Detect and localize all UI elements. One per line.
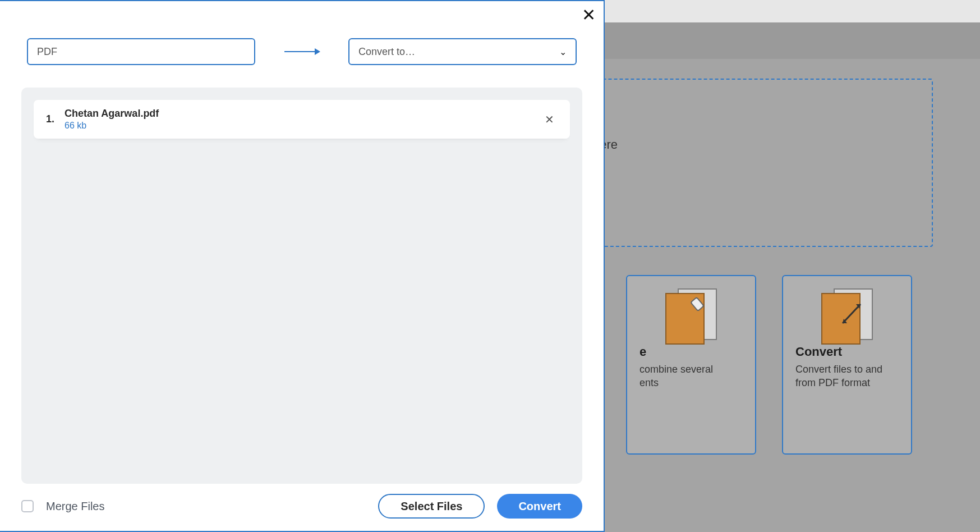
convert-icon [821,288,873,345]
erase-icon [665,288,717,345]
remove-file-icon[interactable]: ✕ [541,109,558,130]
background-card-desc: Convert files to and from PDF format [795,363,899,390]
close-icon[interactable]: ✕ [579,4,598,26]
chevron-down-icon: ⌄ [559,47,567,57]
svg-marker-5 [315,48,320,55]
dropzone-hint-fragment: ere [600,137,932,152]
target-format-value: Convert to… [358,46,415,58]
format-row: PDF Convert to… ⌄ [0,1,604,65]
modal-footer: Merge Files Select Files Convert [0,484,604,531]
select-files-button[interactable]: Select Files [378,494,485,519]
background-card-title: Convert [795,345,899,359]
source-format-select[interactable]: PDF [27,38,255,65]
convert-button[interactable]: Convert [497,494,582,519]
background-card-title-fragment: e [639,345,743,359]
merge-checkbox[interactable] [21,500,34,512]
source-format-value: PDF [37,46,57,58]
svg-line-1 [843,304,861,323]
convert-modal: ✕ PDF Convert to… ⌄ 1. Chetan Agarwal.pd… [0,0,605,532]
file-row: 1. Chetan Agarwal.pdf 66 kb ✕ [34,100,570,139]
background-card-convert: Convert Convert files to and from PDF fo… [782,275,912,455]
background-card-erase: e combine several ents [626,275,756,455]
target-format-select[interactable]: Convert to… ⌄ [348,38,577,65]
file-name: Chetan Agarwal.pdf [65,108,159,120]
file-size: 66 kb [65,121,159,131]
svg-rect-0 [691,297,704,311]
file-list: 1. Chetan Agarwal.pdf 66 kb ✕ [21,88,582,484]
file-index: 1. [46,113,54,125]
merge-label: Merge Files [46,500,104,513]
arrow-icon [283,47,320,57]
background-card-desc: combine several ents [639,363,743,390]
